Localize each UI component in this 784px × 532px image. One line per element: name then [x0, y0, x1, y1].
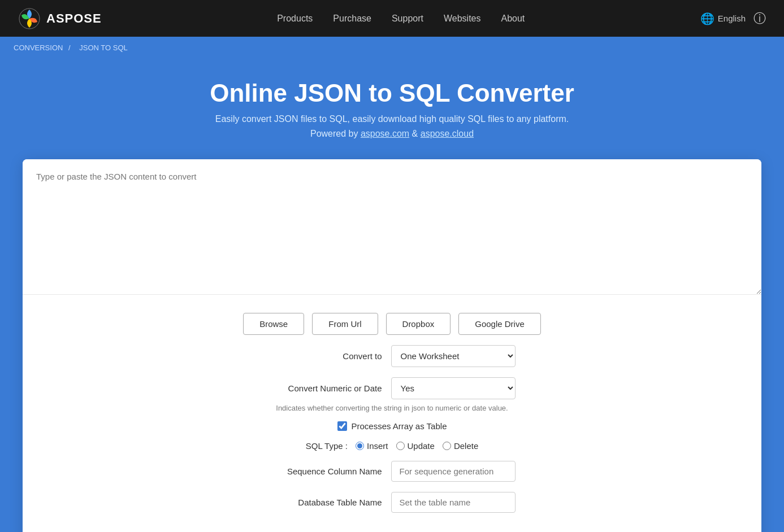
db-table-label: Database Table Name: [269, 498, 382, 507]
nav-support[interactable]: Support: [392, 14, 423, 23]
language-selector[interactable]: 🌐 English: [700, 12, 746, 25]
globe-icon: 🌐: [700, 12, 714, 25]
logo-icon: [18, 7, 41, 30]
processes-array-checkbox[interactable]: [337, 421, 347, 431]
nav-links: Products Purchase Support Websites About: [277, 14, 525, 24]
nav-right: 🌐 English ⓘ: [700, 10, 766, 27]
nav-products[interactable]: Products: [277, 14, 313, 23]
convert-to-select[interactable]: One Worksheet Multiple Worksheets: [391, 345, 516, 367]
logo-text: ASPOSE: [46, 11, 102, 26]
sql-type-update-label: Update: [408, 441, 435, 451]
user-icon[interactable]: ⓘ: [753, 10, 766, 27]
nav-purchase[interactable]: Purchase: [333, 14, 371, 23]
navbar: ASPOSE Products Purchase Support Website…: [0, 0, 784, 37]
hero-powered: Powered by aspose.com & aspose.cloud: [11, 129, 773, 139]
language-label: English: [718, 14, 746, 23]
convert-numeric-row: Convert Numeric or Date Yes No: [57, 377, 727, 399]
sql-type-label: SQL Type :: [306, 441, 348, 451]
sequence-col-label: Sequence Column Name: [269, 466, 382, 476]
sequence-col-input[interactable]: [391, 461, 516, 482]
hero-subtitle: Easily convert JSON files to SQL, easily…: [11, 114, 773, 124]
aspose-com-link[interactable]: aspose.com: [361, 129, 409, 138]
sql-type-delete-label: Delete: [454, 441, 478, 451]
nav-about[interactable]: About: [501, 14, 525, 23]
db-table-row: Database Table Name: [57, 492, 727, 513]
powered-amp: &: [409, 129, 421, 138]
convert-to-row: Convert to One Worksheet Multiple Worksh…: [57, 345, 727, 367]
sql-type-delete-item: Delete: [443, 441, 478, 451]
sql-type-update-item: Update: [396, 441, 435, 451]
breadcrumb: CONVERSION / JSON TO SQL: [0, 37, 784, 59]
breadcrumb-conversion[interactable]: CONVERSION: [14, 43, 63, 52]
browse-button[interactable]: Browse: [243, 313, 304, 335]
upload-buttons-row: Browse From Url Dropbox Google Drive: [23, 297, 761, 345]
aspose-cloud-link[interactable]: aspose.cloud: [421, 129, 474, 138]
dropbox-button[interactable]: Dropbox: [386, 313, 451, 335]
logo[interactable]: ASPOSE: [18, 7, 102, 30]
convert-numeric-hint: Indicates whether converting the string …: [57, 404, 727, 412]
convert-numeric-select[interactable]: Yes No: [391, 377, 516, 399]
convert-to-label: Convert to: [269, 351, 382, 361]
hero-section: Online JSON to SQL Converter Easily conv…: [0, 59, 784, 159]
sql-type-radio-group: Insert Update Delete: [356, 441, 478, 451]
sql-type-insert-radio[interactable]: [356, 442, 364, 450]
options-area: Convert to One Worksheet Multiple Worksh…: [23, 345, 761, 532]
main-card: Browse From Url Dropbox Google Drive Con…: [23, 159, 761, 532]
breadcrumb-current: JSON TO SQL: [79, 43, 128, 52]
sql-type-row: SQL Type : Insert Update Delete: [57, 441, 727, 451]
processes-array-row: Processes Array as Table: [57, 421, 727, 431]
sql-type-update-radio[interactable]: [396, 442, 405, 450]
nav-websites[interactable]: Websites: [444, 14, 481, 23]
sequence-col-row: Sequence Column Name: [57, 461, 727, 482]
sql-type-insert-item: Insert: [356, 441, 388, 451]
processes-array-label: Processes Array as Table: [352, 421, 447, 431]
google-drive-button[interactable]: Google Drive: [458, 313, 541, 335]
from-url-button[interactable]: From Url: [312, 313, 378, 335]
json-input[interactable]: [23, 159, 761, 295]
powered-prefix: Powered by: [310, 129, 361, 138]
convert-numeric-label: Convert Numeric or Date: [269, 383, 382, 393]
sql-type-insert-label: Insert: [367, 441, 388, 451]
db-table-input[interactable]: [391, 492, 516, 513]
breadcrumb-separator: /: [68, 43, 71, 52]
page-title: Online JSON to SQL Converter: [11, 79, 773, 107]
sql-type-delete-radio[interactable]: [443, 442, 451, 450]
